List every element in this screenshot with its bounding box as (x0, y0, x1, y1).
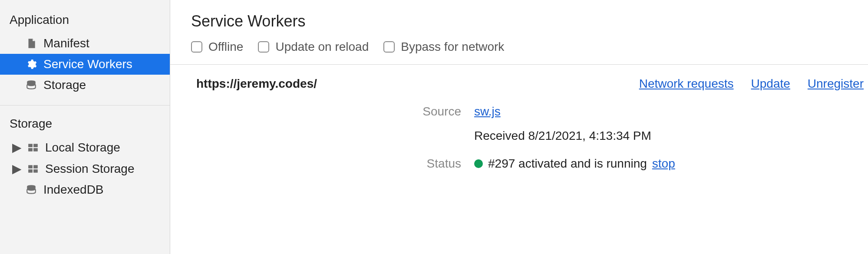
arrow-right-icon: ▶ (13, 162, 21, 176)
sidebar-item-label: Session Storage (45, 162, 134, 176)
bypass-for-network-checkbox[interactable]: Bypass for network (383, 40, 504, 54)
sidebar-section-application: Application (0, 10, 170, 33)
sidebar: Application Manifest Service Workers Sto… (0, 0, 170, 254)
svg-rect-5 (28, 165, 33, 168)
checkbox-label: Offline (208, 40, 243, 54)
status-text: #297 activated and is running (488, 157, 647, 171)
page-title: Service Workers (170, 12, 868, 40)
database-icon (25, 184, 37, 196)
source-row: Source sw.js Received 8/21/2021, 4:13:34… (170, 91, 868, 143)
status-label: Status (170, 157, 474, 171)
svg-rect-4 (33, 148, 38, 152)
checkbox-label: Update on reload (275, 40, 369, 54)
source-received: Received 8/21/2021, 4:13:34 PM (474, 129, 651, 143)
sidebar-item-service-workers[interactable]: Service Workers (0, 54, 170, 75)
sidebar-item-session-storage[interactable]: ▶ Session Storage (0, 158, 170, 179)
grid-icon (27, 142, 39, 154)
sidebar-section-storage: Storage (0, 113, 170, 137)
origin-actions: Network requests Update Unregister (639, 77, 864, 91)
svg-rect-6 (33, 165, 38, 168)
stop-link[interactable]: stop (652, 157, 675, 171)
status-row: Status #297 activated and is running sto… (170, 143, 868, 171)
offline-checkbox[interactable]: Offline (191, 40, 243, 54)
unregister-link[interactable]: Unregister (808, 77, 864, 91)
arrow-right-icon: ▶ (13, 140, 21, 155)
sidebar-divider (0, 105, 170, 106)
svg-rect-1 (28, 144, 33, 147)
update-on-reload-checkbox[interactable]: Update on reload (258, 40, 369, 54)
svg-rect-7 (28, 169, 33, 173)
sidebar-item-label: Local Storage (45, 141, 120, 155)
source-label: Source (170, 105, 474, 143)
sidebar-item-label: Service Workers (43, 57, 132, 71)
checkbox-icon (383, 41, 395, 53)
sidebar-item-indexeddb[interactable]: IndexedDB (0, 179, 170, 200)
sidebar-item-label: IndexedDB (43, 183, 104, 197)
checkbox-icon (258, 41, 269, 53)
network-requests-link[interactable]: Network requests (639, 77, 734, 91)
sidebar-item-label: Storage (43, 78, 86, 92)
origin-row: https://jeremy.codes/ Network requests U… (170, 65, 868, 91)
file-icon (25, 37, 37, 49)
svg-rect-8 (33, 169, 38, 173)
source-file-link[interactable]: sw.js (474, 105, 651, 119)
grid-icon (27, 163, 39, 175)
svg-rect-3 (28, 148, 33, 152)
gear-icon (25, 58, 37, 70)
sidebar-item-local-storage[interactable]: ▶ Local Storage (0, 137, 170, 158)
main-panel: Service Workers Offline Update on reload… (170, 0, 868, 254)
toolbar: Offline Update on reload Bypass for netw… (170, 40, 868, 65)
origin-url: https://jeremy.codes/ (196, 77, 317, 91)
database-icon (25, 79, 37, 91)
checkbox-label: Bypass for network (401, 40, 504, 54)
checkbox-icon (191, 41, 202, 53)
update-link[interactable]: Update (751, 77, 790, 91)
status-dot-icon (474, 159, 483, 168)
sidebar-item-manifest[interactable]: Manifest (0, 33, 170, 54)
sidebar-item-storage[interactable]: Storage (0, 75, 170, 96)
sidebar-item-label: Manifest (43, 36, 89, 50)
svg-rect-2 (33, 144, 38, 147)
